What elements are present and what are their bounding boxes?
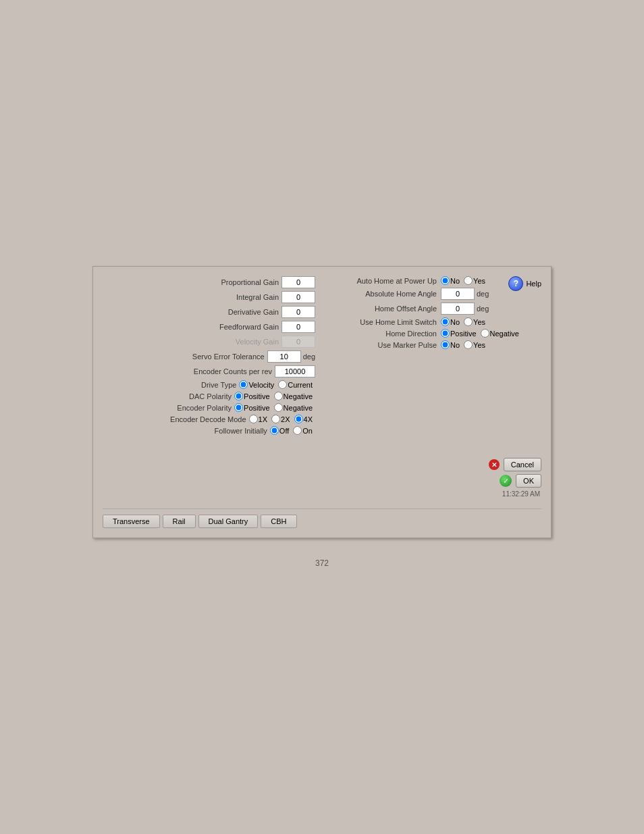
marker-pulse-no-option[interactable]: No bbox=[441, 340, 460, 349]
drive-type-velocity-radio[interactable] bbox=[239, 380, 248, 389]
drive-type-velocity-label: Velocity bbox=[248, 381, 274, 389]
follower-on-option[interactable]: On bbox=[293, 426, 313, 435]
marker-pulse-no-radio[interactable] bbox=[441, 340, 450, 349]
tab-rail[interactable]: Rail bbox=[163, 515, 196, 528]
auto-home-no-option[interactable]: No bbox=[441, 276, 460, 285]
encoder-decode-1x-radio[interactable] bbox=[249, 415, 258, 423]
home-direction-positive-radio[interactable] bbox=[441, 329, 450, 338]
servo-error-unit: deg bbox=[303, 353, 315, 361]
follower-off-label: Off bbox=[279, 427, 289, 435]
encoder-counts-input[interactable] bbox=[275, 365, 315, 377]
ok-button[interactable]: OK bbox=[516, 474, 541, 488]
encoder-polarity-row: Encoder Polarity Positive Negative bbox=[103, 403, 315, 412]
dac-polarity-positive-label: Positive bbox=[244, 392, 270, 400]
derivative-gain-label: Derivative Gain bbox=[191, 308, 279, 316]
cancel-button[interactable]: Cancel bbox=[504, 458, 541, 471]
encoder-polarity-negative-option[interactable]: Negative bbox=[274, 403, 313, 412]
help-icon[interactable]: ? bbox=[508, 276, 523, 291]
dac-polarity-label: DAC Polarity bbox=[144, 392, 232, 400]
drive-type-current-radio[interactable] bbox=[278, 380, 287, 389]
home-direction-negative-radio[interactable] bbox=[481, 329, 489, 338]
encoder-counts-label: Encoder Counts per rev bbox=[184, 367, 272, 375]
encoder-polarity-negative-label: Negative bbox=[284, 404, 313, 412]
help-button-area: ? Help bbox=[508, 276, 541, 291]
content-area: Proportional Gain Integral Gain Derivati… bbox=[103, 276, 541, 438]
home-offset-angle-label: Home Offset Angle bbox=[329, 305, 437, 313]
feedforward-gain-row: Feedforward Gain bbox=[103, 321, 315, 333]
marker-pulse-yes-radio[interactable] bbox=[464, 340, 473, 349]
encoder-decode-1x-option[interactable]: 1X bbox=[249, 415, 267, 423]
home-limit-yes-radio[interactable] bbox=[464, 317, 473, 326]
marker-pulse-label: Use Marker Pulse bbox=[329, 341, 437, 349]
auto-home-yes-radio[interactable] bbox=[464, 276, 473, 285]
encoder-polarity-negative-radio[interactable] bbox=[274, 403, 283, 412]
servo-error-row: Servo Error Tolerance deg bbox=[103, 350, 315, 363]
dac-polarity-radio-group: Positive Negative bbox=[234, 392, 315, 400]
tab-cbh[interactable]: CBH bbox=[261, 515, 296, 528]
dac-polarity-positive-option[interactable]: Positive bbox=[234, 392, 270, 400]
follower-off-radio[interactable] bbox=[270, 426, 279, 435]
proportional-gain-row: Proportional Gain bbox=[103, 276, 315, 288]
encoder-decode-4x-option[interactable]: 4X bbox=[294, 415, 313, 423]
encoder-decode-2x-radio[interactable] bbox=[271, 415, 280, 423]
follower-initially-label: Follower Initially bbox=[180, 427, 267, 435]
marker-pulse-yes-option[interactable]: Yes bbox=[464, 340, 485, 349]
dac-polarity-positive-radio[interactable] bbox=[234, 392, 243, 400]
follower-on-radio[interactable] bbox=[293, 426, 302, 435]
drive-type-radio-group: Velocity Current bbox=[239, 380, 315, 389]
home-limit-yes-label: Yes bbox=[473, 318, 485, 326]
cancel-row: ✕ Cancel bbox=[489, 458, 541, 471]
encoder-decode-4x-radio[interactable] bbox=[294, 415, 303, 423]
dac-polarity-negative-option[interactable]: Negative bbox=[274, 392, 313, 400]
dac-polarity-negative-radio[interactable] bbox=[274, 392, 283, 400]
auto-home-no-radio[interactable] bbox=[441, 276, 450, 285]
encoder-decode-2x-label: 2X bbox=[281, 415, 290, 423]
velocity-gain-row: Velocity Gain bbox=[103, 336, 315, 348]
home-limit-no-option[interactable]: No bbox=[441, 317, 460, 326]
tab-dual-gantry[interactable]: Dual Gantry bbox=[198, 515, 259, 528]
drive-type-current-label: Current bbox=[288, 381, 313, 389]
drive-type-current-option[interactable]: Current bbox=[278, 380, 313, 389]
follower-on-label: On bbox=[302, 427, 313, 435]
home-limit-radio-group: No Yes bbox=[441, 317, 488, 326]
drive-type-velocity-option[interactable]: Velocity bbox=[239, 380, 274, 389]
help-label[interactable]: Help bbox=[526, 280, 541, 288]
home-offset-angle-unit: deg bbox=[477, 305, 489, 313]
tab-transverse[interactable]: Transverse bbox=[103, 515, 160, 528]
auto-home-no-label: No bbox=[450, 277, 460, 285]
left-column: Proportional Gain Integral Gain Derivati… bbox=[103, 276, 315, 438]
encoder-decode-radio-group: 1X 2X 4X bbox=[249, 415, 315, 423]
abs-home-angle-input[interactable] bbox=[441, 288, 475, 300]
main-panel: ? Help Proportional Gain Integral Gain bbox=[92, 266, 552, 538]
encoder-polarity-label: Encoder Polarity bbox=[144, 404, 232, 412]
encoder-polarity-positive-option[interactable]: Positive bbox=[234, 403, 270, 412]
feedforward-gain-input[interactable] bbox=[281, 321, 315, 333]
abs-home-angle-label: Absolute Home Angle bbox=[329, 290, 437, 298]
timestamp: 11:32:29 AM bbox=[502, 490, 541, 498]
tab-bar: Transverse Rail Dual Gantry CBH bbox=[103, 509, 541, 528]
encoder-polarity-positive-radio[interactable] bbox=[234, 403, 243, 412]
right-column: Auto Home at Power Up No Yes bbox=[329, 276, 541, 438]
integral-gain-label: Integral Gain bbox=[191, 293, 279, 301]
derivative-gain-row: Derivative Gain bbox=[103, 306, 315, 318]
servo-error-label: Servo Error Tolerance bbox=[177, 353, 265, 361]
home-direction-positive-option[interactable]: Positive bbox=[441, 329, 477, 338]
marker-pulse-radio-group: No Yes bbox=[441, 340, 488, 349]
derivative-gain-input[interactable] bbox=[281, 306, 315, 318]
encoder-decode-2x-option[interactable]: 2X bbox=[271, 415, 290, 423]
home-direction-negative-option[interactable]: Negative bbox=[481, 329, 519, 338]
follower-off-option[interactable]: Off bbox=[270, 426, 289, 435]
home-limit-yes-option[interactable]: Yes bbox=[464, 317, 485, 326]
cancel-icon: ✕ bbox=[489, 459, 500, 470]
proportional-gain-input[interactable] bbox=[281, 276, 315, 288]
encoder-polarity-positive-label: Positive bbox=[244, 404, 270, 412]
auto-home-yes-label: Yes bbox=[473, 277, 485, 285]
home-direction-radio-group: Positive Negative bbox=[441, 329, 522, 338]
servo-error-input[interactable] bbox=[267, 350, 301, 363]
integral-gain-input[interactable] bbox=[281, 291, 315, 303]
home-direction-label: Home Direction bbox=[329, 330, 437, 338]
home-limit-no-radio[interactable] bbox=[441, 317, 450, 326]
auto-home-yes-option[interactable]: Yes bbox=[464, 276, 485, 285]
home-offset-angle-input[interactable] bbox=[441, 303, 475, 315]
velocity-gain-label: Velocity Gain bbox=[191, 338, 279, 346]
